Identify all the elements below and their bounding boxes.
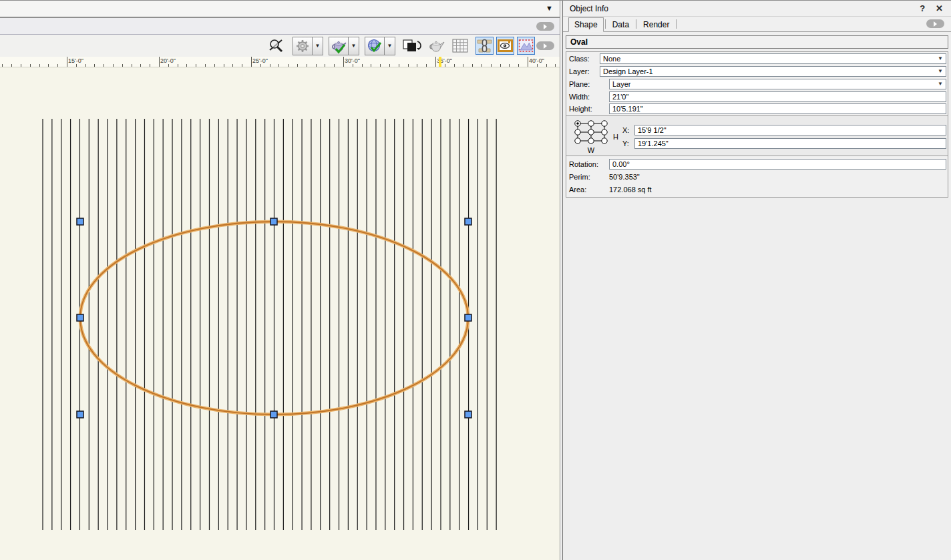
ruler-minor-tick [48, 64, 49, 67]
ruler-minor-tick [297, 64, 298, 67]
ruler-unit-label: 30'-0" [345, 57, 360, 64]
overflow-arrow-icon [934, 21, 937, 27]
class-dropdown[interactable]: None ▼ [600, 53, 946, 64]
overflow-arrow-icon [544, 24, 547, 29]
help-icon[interactable]: ? [920, 3, 925, 13]
object-info-titlebar[interactable]: Object Info ? ✕ [563, 1, 951, 17]
ruler-minor-tick [380, 64, 381, 67]
layer-link-toggle-button[interactable] [476, 37, 494, 55]
ruler-minor-tick [260, 64, 261, 67]
render-mode-dropdown-button[interactable]: ▼ [349, 37, 359, 55]
height-value: 10'5.191" [612, 105, 944, 113]
palette-empty-area [563, 198, 951, 560]
ruler-minor-tick [214, 64, 215, 67]
tab-data[interactable]: Data [607, 18, 634, 32]
class-label: Class: [569, 55, 600, 63]
drawing-canvas[interactable] [0, 67, 560, 560]
ruler-minor-tick [426, 64, 427, 67]
ruler-minor-tick [389, 64, 390, 67]
drawing-pane: ▼ [0, 1, 560, 560]
ruler-minor-tick [205, 64, 206, 67]
tab-render[interactable]: Render [638, 18, 675, 32]
ruler-minor-tick [546, 64, 547, 67]
ruler-minor-tick [537, 64, 538, 67]
chevron-down-icon[interactable]: ▼ [936, 68, 944, 74]
swap-squares-icon [401, 38, 423, 54]
object-type-header: Oval [566, 35, 948, 49]
tab-divider [605, 19, 606, 29]
width-input[interactable]: 21'0" [609, 91, 946, 102]
ruler-minor-tick [232, 64, 233, 67]
ruler-minor-tick [362, 64, 363, 67]
height-input[interactable]: 10'5.191" [609, 103, 946, 114]
ruler-minor-tick [316, 64, 317, 67]
y-label: Y: [620, 139, 634, 148]
area-value: 172.068 sq ft [609, 186, 652, 194]
perim-value: 50'9.353" [609, 173, 640, 181]
sphere-check-icon [367, 38, 383, 54]
y-value: 19'1.245" [638, 139, 944, 148]
selection-handle[interactable] [77, 411, 83, 418]
selection-handle[interactable] [270, 411, 277, 418]
close-icon[interactable]: ✕ [936, 3, 943, 13]
image-effects-toggle-button[interactable] [517, 37, 535, 55]
grid-button[interactable] [450, 37, 470, 55]
magnifier-slash-icon [268, 37, 285, 55]
settings-button[interactable] [293, 37, 313, 55]
selection-handle[interactable] [270, 218, 277, 225]
ruler-minor-tick [454, 64, 455, 67]
swap-colors-button[interactable] [401, 37, 423, 55]
eye-icon [498, 38, 513, 53]
ruler-minor-tick [39, 64, 40, 67]
ruler-minor-tick [150, 64, 150, 67]
settings-dropdown-button[interactable]: ▼ [313, 37, 323, 55]
ruler-minor-tick [85, 64, 86, 67]
selection-handle[interactable] [465, 314, 471, 321]
ruler-major-tick [343, 57, 344, 67]
chevron-down-icon[interactable]: ▼ [936, 55, 944, 61]
chevron-down-icon[interactable]: ▼ [936, 81, 944, 87]
ruler-minor-tick [445, 64, 445, 67]
view-projection-dropdown-button[interactable]: ▼ [385, 37, 395, 55]
plane-dropdown[interactable]: Layer ▼ [609, 79, 946, 89]
object-info-tabs: Shape Data Render [563, 17, 951, 32]
ruler-minor-tick [371, 64, 371, 67]
ruler-major-tick [435, 57, 436, 67]
view-projection-button[interactable] [365, 37, 385, 55]
selection-handle[interactable] [465, 411, 471, 418]
palette-overflow-button[interactable] [926, 19, 944, 28]
view-toolbar-overflow-button[interactable] [536, 41, 554, 50]
ruler-major-tick [528, 57, 528, 67]
layer-dropdown[interactable]: Design Layer-1 ▼ [600, 66, 946, 77]
width-label: Width: [569, 93, 609, 101]
ruler-minor-tick [509, 64, 510, 67]
ruler-minor-tick [555, 64, 556, 67]
perim-label: Perim: [569, 173, 609, 181]
visibility-toggle-button[interactable] [496, 37, 514, 55]
anchor-point-widget[interactable]: W [570, 119, 612, 154]
ruler-minor-tick [21, 64, 21, 67]
tab-shape[interactable]: Shape [568, 17, 604, 32]
secondary-toolbar-overflow-button[interactable] [536, 22, 554, 31]
y-input[interactable]: 19'1.245" [634, 138, 946, 149]
view-bar: ▼ [0, 1, 560, 18]
selected-anchor-dot [576, 122, 579, 125]
ruler-minor-tick [196, 64, 196, 67]
zoom-line-tool-button[interactable] [266, 37, 287, 55]
app-window: ▼ [0, 0, 951, 560]
ruler-minor-tick [518, 64, 519, 67]
ruler-minor-tick [325, 64, 325, 67]
layer-value: Design Layer-1 [603, 67, 936, 75]
view-bar-dropdown-icon[interactable]: ▼ [546, 4, 553, 12]
quick-render-button[interactable] [426, 37, 447, 55]
x-input[interactable]: 15'9 1/2" [634, 125, 946, 135]
ruler-minor-tick [224, 64, 224, 67]
render-mode-button[interactable] [329, 37, 349, 55]
rotation-input[interactable]: 0.00° [609, 159, 946, 170]
selection-handle[interactable] [465, 218, 471, 225]
ruler-unit-label: 20'-0" [160, 57, 176, 64]
horizontal-ruler[interactable]: 15'-0"20'-0"25'-0"30'-0"35'-0"40'-0" [0, 57, 560, 67]
ruler-minor-tick [491, 64, 492, 67]
selection-handle[interactable] [77, 218, 83, 225]
selection-handle[interactable] [77, 314, 83, 321]
